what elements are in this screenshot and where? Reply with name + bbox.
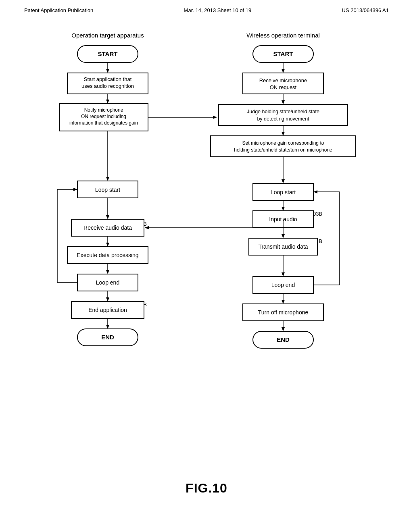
- header-right: US 2013/064396 A1: [342, 7, 389, 13]
- svg-marker-77: [282, 179, 285, 183]
- svg-rect-73: [211, 136, 356, 157]
- svg-text:END: END: [101, 334, 114, 341]
- svg-marker-110: [73, 188, 77, 191]
- svg-marker-44: [106, 297, 109, 301]
- svg-text:Wireless operation terminal: Wireless operation terminal: [246, 32, 320, 39]
- svg-marker-20: [213, 116, 217, 119]
- svg-text:Loop start: Loop start: [95, 187, 120, 193]
- svg-marker-5: [106, 69, 109, 73]
- svg-marker-98: [282, 300, 285, 304]
- flowchart: Operation target apparatus Wireless oper…: [33, 25, 380, 461]
- svg-text:Receive audio data: Receive audio data: [83, 224, 132, 231]
- svg-marker-104: [282, 327, 285, 331]
- svg-text:Execute data processing: Execute data processing: [77, 252, 138, 258]
- svg-marker-22: [106, 177, 109, 181]
- svg-text:Start application that: Start application that: [84, 76, 132, 82]
- page-header: Patent Application Publication Mar. 14, …: [0, 0, 413, 17]
- svg-text:uses audio recognition: uses audio recognition: [81, 83, 134, 89]
- svg-text:Loop end: Loop end: [96, 279, 119, 286]
- svg-rect-59: [243, 73, 323, 94]
- svg-rect-66: [219, 104, 348, 125]
- svg-text:information that designates ga: information that designates gain: [69, 120, 138, 126]
- svg-text:ON request including: ON request including: [81, 114, 126, 119]
- svg-text:START: START: [273, 50, 293, 57]
- svg-text:START: START: [98, 50, 118, 57]
- svg-marker-94: [282, 272, 285, 276]
- svg-text:Turn off microphone: Turn off microphone: [258, 309, 309, 316]
- svg-marker-56: [282, 69, 285, 73]
- figure-label: FIG.10: [0, 481, 413, 496]
- svg-marker-12: [106, 100, 109, 104]
- svg-text:Transmit audio data: Transmit audio data: [258, 243, 308, 250]
- header-middle: Mar. 14, 2013 Sheet 10 of 19: [184, 7, 252, 13]
- svg-text:Judge holding state/unheld sta: Judge holding state/unheld state: [247, 109, 319, 114]
- svg-text:Notify microphone: Notify microphone: [84, 107, 123, 113]
- svg-text:END: END: [277, 336, 290, 343]
- svg-marker-114: [313, 190, 317, 193]
- svg-marker-26: [106, 215, 109, 219]
- svg-text:holding state/unheld state/tur: holding state/unheld state/turn on micro…: [234, 147, 332, 153]
- svg-marker-63: [282, 100, 285, 104]
- header-left: Patent Application Publication: [24, 7, 93, 13]
- svg-text:Operation target apparatus: Operation target apparatus: [71, 32, 144, 39]
- svg-marker-34: [106, 243, 109, 247]
- svg-text:Loop end: Loop end: [271, 282, 295, 288]
- svg-text:Loop start: Loop start: [271, 189, 296, 195]
- svg-text:ON request: ON request: [270, 84, 297, 90]
- diagram-area: Operation target apparatus Wireless oper…: [0, 17, 413, 469]
- svg-text:End application: End application: [88, 307, 127, 313]
- svg-marker-40: [106, 270, 109, 274]
- svg-marker-81: [282, 207, 285, 211]
- svg-marker-88: [282, 234, 285, 238]
- svg-text:Set microphone gain correspond: Set microphone gain corresponding to: [242, 140, 324, 146]
- svg-marker-70: [282, 132, 285, 136]
- svg-text:Receive microphone: Receive microphone: [259, 77, 307, 83]
- svg-text:by detecting movement: by detecting movement: [257, 116, 309, 122]
- svg-marker-50: [106, 325, 109, 329]
